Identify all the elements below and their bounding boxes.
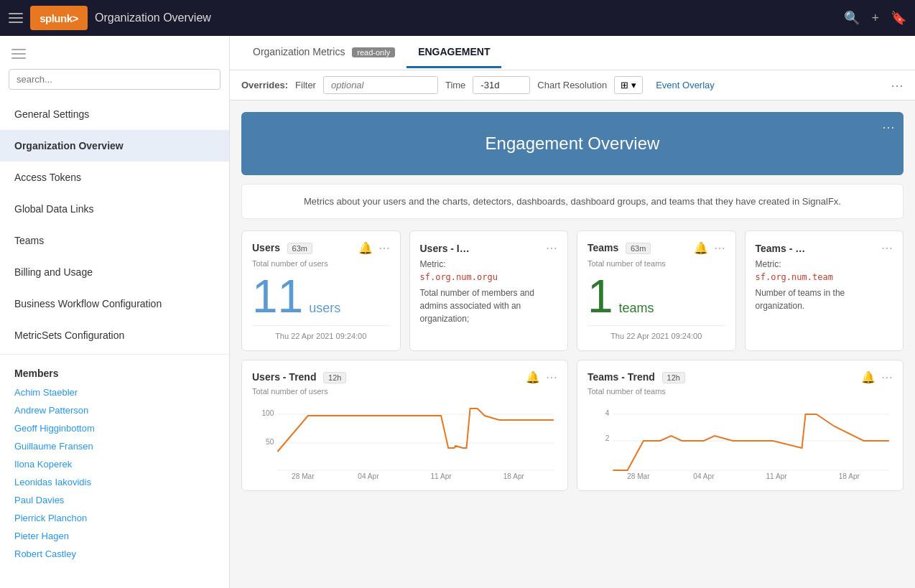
users-info-actions: ⋯ [546,241,557,255]
member-pierrick[interactable]: Pierrick Planchon [0,509,229,527]
svg-text:4: 4 [605,409,610,417]
page-title: Organization Overview [95,11,837,24]
svg-text:2: 2 [605,434,610,442]
trend-cards-row: Users - Trend 12h 🔔 ⋯ Total number of us… [241,360,904,491]
teams-info-card: Teams - … ⋯ Metric: sf.org.num.team Numb… [745,230,904,351]
teams-metric-label: Metric: [756,259,893,269]
filter-input[interactable] [323,76,438,94]
users-trend-subtitle: Total number of users [252,387,557,396]
event-overlay-link[interactable]: Event Overlay [656,80,715,90]
svg-text:18 Apr: 18 Apr [503,472,525,480]
teams-trend-subtitle: Total number of teams [587,387,893,396]
sidebar: General Settings Organization Overview A… [0,36,230,588]
svg-text:28 Mar: 28 Mar [627,472,650,480]
users-card-subtitle: Total number of users [252,259,390,268]
members-header: Members [0,358,229,383]
sidebar-item-organization-overview[interactable]: Organization Overview [0,130,229,162]
teams-timestamp: Thu 22 Apr 2021 09:24:00 [587,332,725,340]
users-trend-actions: 🔔 ⋯ [526,370,557,384]
overrides-more-icon[interactable]: ⋯ [891,78,904,93]
svg-text:04 Apr: 04 Apr [693,472,715,480]
more-icon[interactable]: ⋯ [881,370,893,384]
tab-readonly-badge: read-only [352,47,395,57]
engagement-header-card: ⋯ Engagement Overview [241,112,904,175]
bell-icon[interactable]: 🔔 [358,241,373,255]
member-achim[interactable]: Achim Staebler [0,383,229,401]
teams-trend-chart: 4 2 28 Mar 04 Apr 11 Apr 18 Apr [587,401,893,480]
tab-organization-metrics[interactable]: Organization Metrics read-only [241,37,407,68]
metric-label: Metric: [420,259,558,269]
teams-info-header: Teams - … ⋯ [756,241,893,255]
teams-card: Teams 63m 🔔 ⋯ Total number of teams 1 te… [577,230,736,351]
resolution-button[interactable]: ⊞ ▾ [614,76,643,94]
teams-big-number: 1 [587,274,613,319]
time-input[interactable] [473,76,530,94]
search-icon[interactable]: 🔍 [844,10,860,26]
bell-icon[interactable]: 🔔 [694,241,708,255]
svg-text:28 Mar: 28 Mar [292,472,315,480]
sidebar-hamburger[interactable] [0,43,229,65]
sidebar-item-metricsets[interactable]: MetricSets Configuration [0,319,229,351]
svg-text:18 Apr: 18 Apr [839,472,860,480]
member-guillaume[interactable]: Guillaume Fransen [0,437,229,455]
sidebar-item-teams[interactable]: Teams [0,225,229,256]
teams-info-title: Teams - … [756,243,806,254]
member-leonidas[interactable]: Leonidas Iakovidis [0,473,229,491]
users-timestamp: Thu 22 Apr 2021 09:24:00 [252,332,390,340]
tabs-bar: Organization Metrics read-only ENGAGEMEN… [230,36,915,70]
overrides-bar: Overrides: Filter Time Chart Resolution … [230,70,915,101]
users-number-row: 11 users [252,274,390,319]
svg-text:11 Apr: 11 Apr [430,472,452,480]
engagement-description: Metrics about your users and the charts,… [241,184,904,219]
users-card-title: Users [252,242,280,253]
tab-engagement[interactable]: ENGAGEMENT [407,37,501,68]
member-robert[interactable]: Robert Castley [0,545,229,563]
users-trend-title: Users - Trend [252,371,316,383]
filter-label: Filter [295,80,316,90]
topbar-hamburger-icon[interactable] [9,13,23,23]
users-info-header: Users - I… ⋯ [420,241,558,255]
users-unit: users [309,301,340,316]
bell-icon[interactable]: 🔔 [861,370,875,384]
users-divider [252,325,390,326]
sidebar-item-billing-and-usage[interactable]: Billing and Usage [0,256,229,288]
main-content: Organization Metrics read-only ENGAGEMEN… [230,36,915,588]
engagement-more-icon[interactable]: ⋯ [882,119,895,135]
users-trend-badge: 12h [323,372,346,383]
metric-value: sf.org.num.orgu [420,272,558,282]
member-geoff[interactable]: Geoff Higginbottom [0,419,229,437]
splunk-logo: splunk> [30,6,88,30]
member-ilona[interactable]: Ilona Koperek [0,455,229,473]
users-trend-header: Users - Trend 12h 🔔 ⋯ [252,370,557,384]
sidebar-item-access-tokens[interactable]: Access Tokens [0,162,229,193]
more-icon[interactable]: ⋯ [714,241,725,255]
teams-trend-badge: 12h [662,372,685,383]
search-input[interactable] [9,69,220,90]
cards-row: Users 63m 🔔 ⋯ Total number of users 11 u… [241,230,904,351]
users-trend-chart: 100 50 28 Mar 04 Apr 11 Apr 18 Apr [252,401,557,480]
engagement-title: Engagement Overview [486,134,660,153]
teams-trend-actions: 🔔 ⋯ [861,370,893,384]
bookmark-icon[interactable]: 🔖 [891,10,906,26]
member-paul[interactable]: Paul Davies [0,491,229,509]
sidebar-item-business-workflow[interactable]: Business Workflow Configuration [0,288,229,319]
chevron-down-icon: ▾ [631,80,636,90]
add-icon[interactable]: + [871,11,879,26]
more-icon[interactable]: ⋯ [378,241,390,255]
teams-unit: teams [619,301,654,316]
teams-metric-value: sf.org.num.team [756,272,893,282]
more-icon[interactable]: ⋯ [546,370,557,384]
more-icon[interactable]: ⋯ [546,241,557,255]
sidebar-item-global-data-links[interactable]: Global Data Links [0,193,229,225]
member-pieter[interactable]: Pieter Hagen [0,527,229,545]
users-card: Users 63m 🔔 ⋯ Total number of users 11 u… [241,230,401,351]
bell-icon[interactable]: 🔔 [526,370,540,384]
svg-text:100: 100 [261,409,274,417]
more-icon[interactable]: ⋯ [881,241,893,255]
teams-divider [587,325,725,326]
teams-info-actions: ⋯ [881,241,893,255]
member-andrew[interactable]: Andrew Patterson [0,401,229,419]
sidebar-item-general-settings[interactable]: General Settings [0,98,229,130]
teams-number-row: 1 teams [587,274,725,319]
svg-text:50: 50 [266,438,274,446]
